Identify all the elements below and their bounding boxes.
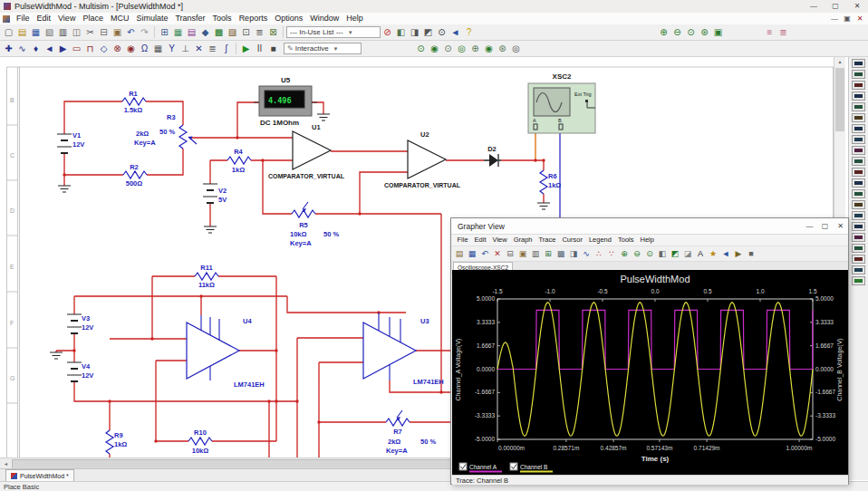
cursor-2-icon[interactable]: ∵ [605,248,618,260]
place-basic-icon[interactable]: ∿ [15,42,29,55]
menu-reports[interactable]: Reports [236,13,272,24]
label-r5-ref[interactable]: R5 [299,221,308,229]
export-labview-icon[interactable]: ◪ [681,248,694,260]
menu-window[interactable]: Window [306,13,342,24]
probe-differential-icon[interactable]: ◎ [455,42,468,55]
forward-annotate-icon[interactable]: ◩ [421,25,435,39]
label-r7-key[interactable]: Key=A [386,447,408,455]
current-probe-icon[interactable] [852,276,865,285]
resistor-r10[interactable] [188,438,212,445]
grapher-menu-legend[interactable]: Legend [585,235,614,246]
zoom-out-icon[interactable]: ⊖ [631,248,643,260]
probe-current-icon[interactable]: ◉ [428,42,441,55]
run-icon[interactable]: ▶ [239,42,253,55]
label-r10-val[interactable]: 10kΩ [192,447,209,455]
export-excel-icon[interactable]: ◩ [669,248,681,260]
component-wizard-icon[interactable]: ◆ [198,25,212,39]
opamp-u4[interactable] [187,315,239,380]
oscilloscope-xsc2[interactable]: Ext Trig A B [528,83,595,133]
label-r4-ref[interactable]: R4 [234,148,243,156]
label-r9-val[interactable]: 1kΩ [114,440,127,448]
label-r11-ref[interactable]: R11 [200,264,212,272]
label-v1-ref[interactable]: V1 [72,131,81,140]
trace-icon[interactable]: ∿ [580,248,593,260]
label-r2-ref[interactable]: R2 [130,163,139,171]
save-icon[interactable]: ▦ [29,25,43,39]
grapher-menu-view[interactable]: View [489,235,510,246]
label-xsc2-ref[interactable]: XSC2 [553,72,572,81]
potentiometer-r7[interactable] [386,419,410,426]
agilent-oscilloscope-icon[interactable] [852,233,865,242]
label-r3-key[interactable]: Key=A [134,139,156,147]
resistor-r4[interactable] [227,157,251,164]
tektronix-oscilloscope-icon[interactable] [852,244,865,253]
label-u4-type[interactable]: LM741EH [234,380,265,389]
label-v2-val[interactable]: 5V [218,196,227,204]
label-v3-val[interactable]: 12V [82,323,93,332]
print-icon[interactable]: ▥ [56,25,70,39]
grapher-titlebar[interactable]: Grapher View — ▢ ✕ [451,218,848,235]
paste-icon[interactable]: ▣ [111,25,124,39]
wattmeter-icon[interactable] [852,81,865,90]
vscroll-thumb[interactable] [835,68,844,131]
four-channel-oscilloscope-icon[interactable] [852,102,865,111]
ground-symbol[interactable] [58,186,71,192]
open-icon[interactable]: ▤ [15,25,29,39]
probe-settings-icon[interactable]: ⊛ [496,42,509,55]
resistor-r2[interactable] [123,171,147,178]
place-rf-icon[interactable]: Y [165,42,178,55]
function-generator-icon[interactable] [852,70,865,79]
menu-simulate[interactable]: Simulate [132,13,171,24]
pause-icon[interactable]: II [253,42,266,55]
grid-icon[interactable]: ▩ [555,248,567,260]
breadboard-icon[interactable]: ⊠ [266,25,280,39]
properties-icon[interactable]: ⊞ [542,248,555,260]
battery-v1[interactable] [57,134,72,153]
label-r5-pct[interactable]: 50 % [323,230,339,238]
zoom-area-icon[interactable]: ⊙ [643,248,656,260]
select-arrow-icon[interactable]: ◄ [719,248,732,260]
label-u3-ref[interactable]: U3 [420,317,429,325]
battery-v3[interactable] [67,314,82,333]
label-r3-pct[interactable]: 50 % [159,128,175,136]
menu-file[interactable]: File [13,13,34,24]
page-color-icon[interactable]: ◧ [656,248,669,260]
label-u2-type[interactable]: COMPARATOR_VIRTUAL [384,182,461,188]
label-r7-pct[interactable]: 50 % [420,438,436,446]
mdi-restore-button[interactable]: ▣ [841,13,854,24]
comparator-u1[interactable] [293,131,331,169]
battery-v2[interactable] [203,184,217,203]
place-power-icon[interactable]: Ω [138,42,151,55]
cursor-1-icon[interactable]: ∴ [593,248,605,260]
maximize-button[interactable]: ▢ [825,0,846,13]
multimeter-icon[interactable] [852,59,865,68]
erc-report-icon[interactable]: ⊡ [239,25,253,39]
label-v1-val[interactable]: 12V [72,140,84,149]
label-d2-ref[interactable]: D2 [487,145,497,153]
ground-symbol[interactable] [537,203,550,209]
probe-voltage-icon[interactable]: ⊙ [414,42,428,55]
erc-icon[interactable]: ⊘ [381,25,394,39]
legend-checkbox-channel-b[interactable] [510,463,517,470]
new-icon[interactable]: ▢ [2,25,15,39]
place-mcu-icon[interactable]: ◇ [97,42,111,55]
ground-symbol[interactable] [204,226,217,233]
label-v2-ref[interactable]: V2 [218,187,227,195]
design-toolbox-icon[interactable]: ⊞ [158,25,171,39]
open-icon[interactable]: ▤ [453,248,466,260]
agilent-multimeter-icon[interactable] [852,222,865,231]
cut-icon[interactable]: ✕ [491,248,504,260]
ground-symbol[interactable] [317,114,330,120]
label-r7-ref[interactable]: R7 [393,428,402,436]
capture-area-icon[interactable]: ◧ [394,25,408,39]
bode-plotter-icon[interactable] [852,113,865,122]
spectrum-analyzer-icon[interactable] [852,189,865,198]
label-r6-val[interactable]: 1kΩ [548,181,561,189]
place-diode-icon[interactable]: ♦ [29,42,43,55]
save-icon[interactable]: ▦ [466,248,478,260]
pointer-icon[interactable]: ◄ [448,25,462,39]
grapher-menu-trace[interactable]: Trace [535,235,559,246]
potentiometer-r5[interactable] [292,210,315,217]
back-annotate-icon[interactable]: ◨ [408,25,421,39]
distortion-analyzer-icon[interactable] [852,178,865,188]
